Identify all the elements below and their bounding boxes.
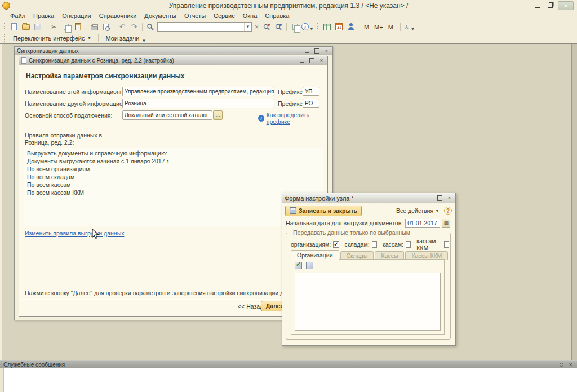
copy-icon[interactable]: [64, 24, 69, 30]
panel-edge: [0, 368, 4, 392]
kkm-checkbox-label: кассам ККМ:: [416, 238, 441, 251]
calendar-picker-icon[interactable]: ▦: [442, 219, 450, 228]
close-icon[interactable]: ×: [318, 57, 325, 64]
mouse-cursor: [92, 229, 100, 241]
cashdesks-checkbox[interactable]: [406, 241, 411, 248]
settings-wrench-icon[interactable]: [403, 23, 410, 30]
wizard-titlebar[interactable]: Синхронизация данных с Розница, ред. 2.2…: [19, 56, 327, 65]
minimize-icon[interactable]: [304, 48, 311, 54]
menu-catalogs[interactable]: Справочники: [95, 11, 141, 20]
menu-operations[interactable]: Операции: [58, 11, 95, 20]
close-icon[interactable]: ×: [323, 48, 330, 54]
pin-icon[interactable]: [560, 363, 563, 367]
warehouses-checkbox[interactable]: [372, 241, 377, 248]
filter-group-title: Передавать данные только по выбранным: [291, 229, 412, 236]
kkm-checkbox[interactable]: [444, 241, 449, 248]
copy-window-icon[interactable]: [292, 24, 298, 30]
unselect-all-icon[interactable]: [306, 262, 313, 269]
calculator-icon[interactable]: [323, 24, 331, 30]
undo-icon[interactable]: ↶: [117, 22, 127, 32]
app-title: Управление производственным предприятием…: [0, 2, 577, 10]
toolbar-grip[interactable]: [317, 23, 319, 31]
find-icon[interactable]: [261, 22, 272, 32]
print-icon[interactable]: [91, 25, 98, 30]
app-titlebar[interactable]: Управление производственным предприятием…: [0, 0, 577, 11]
sync-window-titlebar[interactable]: Синхронизация данных ×: [15, 47, 332, 55]
rules-summary-box: Выгружать документы и справочную информа…: [24, 148, 323, 226]
switch-interface-button[interactable]: Переключить интерфейс ▼: [10, 34, 95, 43]
menu-help[interactable]: Справка: [261, 11, 293, 20]
start-date-field[interactable]: 01.01.2017: [405, 219, 440, 228]
cut-icon[interactable]: ✂: [49, 22, 59, 32]
menu-service[interactable]: Сервис: [210, 11, 239, 20]
paste-icon[interactable]: [75, 23, 81, 30]
menu-reports[interactable]: Отчеты: [180, 11, 210, 20]
save-icon[interactable]: [34, 24, 41, 30]
tab-warehouses[interactable]: Склады: [340, 251, 374, 260]
print-preview-icon[interactable]: [103, 24, 109, 30]
close-icon[interactable]: ×: [558, 1, 574, 10]
menu-edit[interactable]: Правка: [29, 11, 58, 20]
prefix-help-link[interactable]: Как определить префикс: [267, 112, 327, 125]
new-document-icon[interactable]: [11, 23, 17, 30]
redo-icon[interactable]: ↷: [129, 22, 139, 32]
all-actions-button[interactable]: Все действия ▼: [396, 207, 440, 214]
menu-file[interactable]: Файл: [6, 11, 29, 20]
service-messages-panel: [0, 368, 577, 392]
organizations-checkbox[interactable]: ✓: [333, 241, 339, 248]
info-icon[interactable]: i: [301, 23, 309, 30]
change-rules-link[interactable]: Изменить правила выгрузки данных: [25, 230, 124, 237]
search-input[interactable]: [158, 23, 244, 30]
tab-organizations[interactable]: Организации: [291, 250, 339, 260]
rule-line: По всем кассам ККМ: [27, 189, 320, 197]
minimize-icon[interactable]: [299, 57, 306, 64]
back-button[interactable]: << Назад: [238, 303, 263, 310]
other-base-field[interactable]: Розница: [122, 99, 274, 108]
this-base-prefix-field[interactable]: УП: [303, 87, 319, 96]
memory-button[interactable]: M: [362, 24, 371, 30]
save-and-close-button[interactable]: Записать и закрыть: [285, 206, 362, 216]
menu-documents[interactable]: Документы: [140, 11, 180, 20]
rule-line: Выгружать документы и справочную информа…: [27, 149, 320, 157]
search-combo[interactable]: ▼: [157, 22, 252, 32]
chevron-down-icon[interactable]: ▼: [411, 26, 415, 32]
browse-button[interactable]: ...: [213, 110, 223, 120]
calendar-icon[interactable]: [335, 23, 343, 30]
mdi-right-border: [571, 44, 577, 360]
toolbar-grip[interactable]: [3, 23, 6, 31]
memory-plus-button[interactable]: M+: [372, 24, 385, 30]
tab-kkm[interactable]: Кассы ККМ: [405, 251, 448, 260]
service-messages-titlebar[interactable]: Служебные сообщения ×: [0, 360, 577, 368]
my-tasks-button[interactable]: Мои задачи ▼: [102, 32, 149, 44]
memory-minus-button[interactable]: M-: [387, 24, 397, 30]
node-settings-titlebar[interactable]: Форма настройки узла * ×: [282, 193, 455, 203]
this-base-field[interactable]: Управление производственным предприятием…: [122, 87, 274, 96]
restore-icon[interactable]: [545, 2, 554, 9]
organizations-list[interactable]: [295, 273, 441, 331]
other-base-prefix-field[interactable]: РО: [303, 99, 319, 108]
close-icon[interactable]: ×: [569, 361, 572, 368]
help-button[interactable]: ?: [444, 207, 452, 215]
toolbar-grip[interactable]: [2, 12, 5, 20]
find-next-icon[interactable]: [273, 22, 283, 32]
chevron-down-icon[interactable]: ▼: [309, 26, 314, 32]
document-icon: [21, 57, 26, 64]
chevron-down-icon[interactable]: ▼: [244, 23, 251, 31]
select-all-icon[interactable]: [295, 262, 302, 269]
toolbar-grip[interactable]: [3, 34, 6, 42]
search-icon[interactable]: [145, 22, 156, 32]
close-icon[interactable]: ×: [446, 195, 453, 201]
chevron-down-icon: ▼: [435, 208, 440, 213]
tab-cashdesks[interactable]: Кассы: [375, 251, 404, 260]
maximize-icon[interactable]: [308, 57, 316, 64]
maximize-icon[interactable]: [436, 195, 443, 201]
save-icon: [290, 207, 296, 214]
maximize-icon[interactable]: [313, 48, 321, 54]
connection-field[interactable]: Локальный или сетевой каталог: [122, 110, 212, 120]
open-folder-icon[interactable]: [22, 24, 30, 30]
secondary-toolbar: Переключить интерфейс ▼ Мои задачи ▼: [0, 33, 577, 44]
minimize-icon[interactable]: [533, 2, 542, 9]
user-permissions-icon[interactable]: [348, 23, 354, 30]
clear-search-icon[interactable]: ×: [254, 23, 260, 31]
menu-windows[interactable]: Окна: [239, 11, 261, 20]
